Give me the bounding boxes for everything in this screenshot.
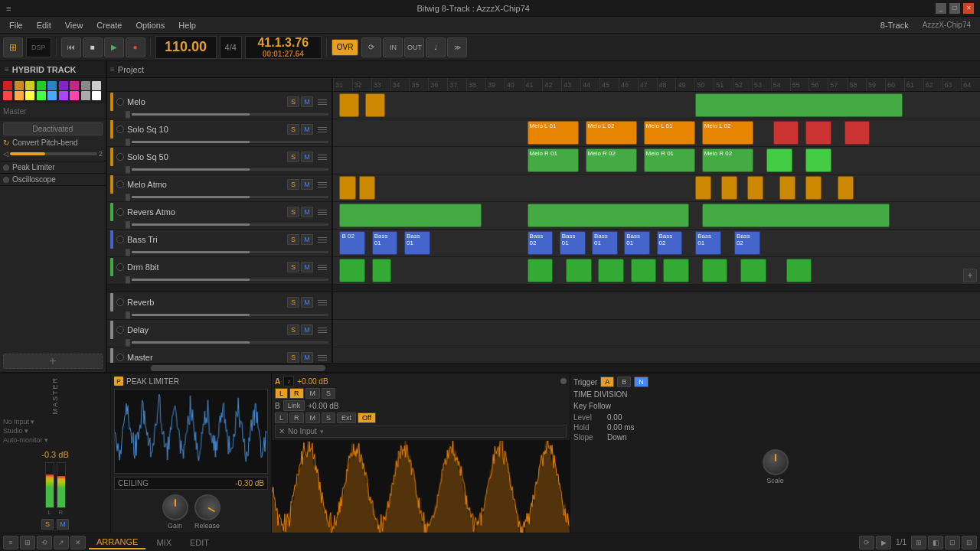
menu-8track[interactable]: 8-Track: [874, 19, 915, 31]
track-menu-icon[interactable]: [316, 352, 328, 363]
clip-3[interactable]: [721, 176, 737, 200]
link-button[interactable]: Link: [283, 400, 305, 411]
track-active-toggle[interactable]: [116, 126, 124, 133]
track-volume-bar[interactable]: [132, 113, 328, 116]
follow-button[interactable]: ≫: [447, 37, 467, 57]
color-swatch-5[interactable]: [47, 81, 57, 90]
convert-pitch-bend[interactable]: ↻ Convert Pitch-bend: [3, 139, 103, 147]
clip-6[interactable]: Bass 01: [624, 231, 650, 255]
footer-icon-1[interactable]: ≡: [3, 536, 18, 549]
clip-0[interactable]: Melo R 01: [528, 148, 580, 172]
clip-3[interactable]: Bass 02: [528, 231, 554, 255]
menu-options[interactable]: Options: [129, 19, 171, 31]
clip-4[interactable]: [747, 176, 763, 200]
clip-6[interactable]: [805, 176, 822, 200]
track-menu-icon[interactable]: [316, 207, 328, 217]
clip-5[interactable]: [779, 176, 795, 200]
sidebar-oscilloscope[interactable]: Oscilloscope: [0, 174, 106, 185]
clip-2[interactable]: Melo R 01: [644, 148, 696, 172]
track-volume-bar[interactable]: [132, 223, 328, 226]
clip-2[interactable]: [695, 176, 711, 200]
color-swatch-13[interactable]: [37, 91, 46, 100]
menu-create[interactable]: Create: [90, 19, 128, 31]
grid-view-button[interactable]: ⊞: [3, 37, 23, 57]
trigger-b-button[interactable]: B: [617, 377, 631, 387]
clip-0[interactable]: [339, 259, 365, 282]
ch-b-s-button[interactable]: S: [322, 412, 335, 423]
clip-3[interactable]: [566, 259, 592, 282]
ch-b-m-button[interactable]: M: [305, 412, 321, 423]
footer-right-5[interactable]: ⊡: [945, 536, 960, 549]
track-active-toggle[interactable]: [116, 98, 124, 106]
color-swatch-12[interactable]: [25, 91, 34, 100]
ch-a-m-button[interactable]: M: [305, 388, 321, 399]
clip-1[interactable]: Bass 01: [372, 231, 398, 255]
color-swatch-3[interactable]: [25, 81, 34, 90]
track-active-toggle[interactable]: [116, 263, 124, 271]
track-mute-button[interactable]: M: [301, 262, 313, 272]
footer-icon-3[interactable]: ⟲: [37, 536, 52, 549]
clip-7[interactable]: [838, 176, 854, 200]
punch-out-button[interactable]: OUT: [404, 37, 424, 57]
close-button[interactable]: ✕: [963, 3, 974, 14]
track-solo-button[interactable]: S: [287, 324, 299, 335]
trigger-n-button[interactable]: N: [634, 377, 648, 387]
clip-0[interactable]: [339, 93, 358, 117]
clip-4[interactable]: [766, 148, 792, 172]
clip-1[interactable]: [365, 93, 384, 117]
track-active-toggle[interactable]: [116, 208, 124, 216]
track-mute-button[interactable]: M: [301, 124, 313, 135]
clip-7[interactable]: Bass 02: [657, 231, 683, 255]
clip-6[interactable]: [663, 259, 689, 282]
track-mute-button[interactable]: M: [301, 96, 313, 107]
track-mute-button[interactable]: M: [301, 207, 313, 217]
track-mute-button[interactable]: M: [301, 152, 313, 162]
gain-knob[interactable]: [162, 494, 188, 520]
position-display[interactable]: 41.1.3.76 00:01:27.64: [245, 36, 322, 59]
edit-tab[interactable]: EDIT: [182, 536, 217, 549]
color-swatch-15[interactable]: [59, 91, 68, 100]
clip-5[interactable]: [805, 148, 831, 172]
loop-button[interactable]: ⟳: [361, 37, 381, 57]
track-active-toggle[interactable]: [116, 326, 124, 334]
footer-right-2[interactable]: ▶: [876, 536, 891, 549]
color-swatch-14[interactable]: [47, 91, 57, 100]
clip-5[interactable]: Bass 01: [592, 231, 618, 255]
footer-right-4[interactable]: ◧: [928, 536, 943, 549]
color-swatch-2[interactable]: [15, 81, 24, 90]
track-mute-button[interactable]: M: [301, 324, 313, 335]
track-mute-button[interactable]: M: [301, 352, 313, 363]
clip-5[interactable]: [805, 121, 831, 145]
menu-view[interactable]: View: [59, 19, 90, 31]
color-swatch-7[interactable]: [70, 81, 79, 90]
track-volume-bar[interactable]: [132, 314, 328, 316]
menu-file[interactable]: File: [3, 19, 29, 31]
track-menu-icon[interactable]: [316, 96, 328, 107]
deactivated-button[interactable]: Deactivated: [3, 122, 103, 135]
bpm-display[interactable]: 110.00: [155, 36, 217, 59]
clip-2[interactable]: Melo L 01: [644, 121, 696, 145]
track-solo-button[interactable]: S: [287, 179, 299, 190]
track-active-toggle[interactable]: [116, 298, 124, 306]
track-menu-icon[interactable]: [316, 297, 328, 308]
color-swatch-9[interactable]: [92, 81, 101, 90]
track-active-toggle[interactable]: [116, 181, 124, 188]
rewind-button[interactable]: ⏮: [61, 37, 81, 57]
clip-6[interactable]: [844, 121, 871, 145]
color-swatch-11[interactable]: [15, 91, 24, 100]
ch-b-r-button[interactable]: R: [289, 412, 304, 423]
clip-7[interactable]: [702, 259, 728, 282]
footer-icon-2[interactable]: ⊞: [20, 536, 35, 549]
track-volume-bar[interactable]: [132, 251, 328, 253]
track-menu-icon[interactable]: [316, 152, 328, 162]
clip-4[interactable]: [773, 121, 799, 145]
clip-5[interactable]: [631, 259, 657, 282]
ch-b-ext-button[interactable]: Ext: [337, 412, 356, 423]
track-menu-icon[interactable]: [316, 262, 328, 272]
track-solo-button[interactable]: S: [287, 124, 299, 135]
menu-help[interactable]: Help: [172, 19, 202, 31]
track-volume-bar[interactable]: [132, 279, 328, 281]
track-mute-button[interactable]: M: [301, 297, 313, 308]
horizontal-scrollbar[interactable]: [107, 363, 980, 372]
stop-button[interactable]: ■: [83, 37, 103, 57]
